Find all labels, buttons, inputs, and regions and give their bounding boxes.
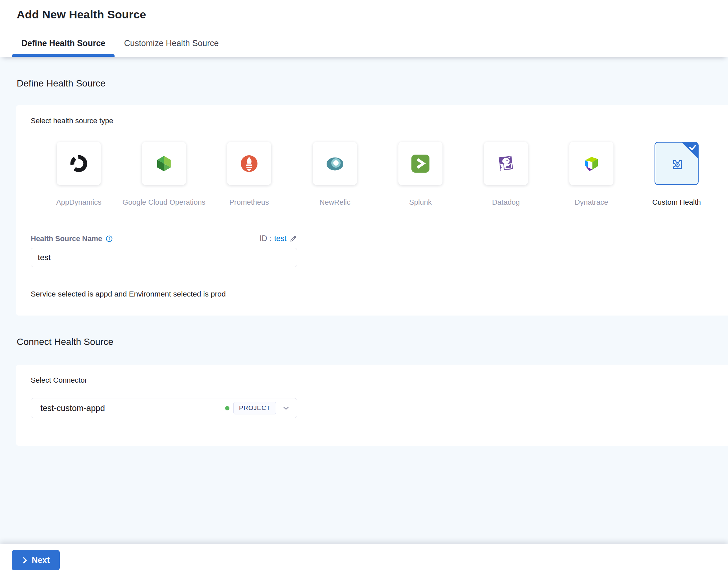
edit-pencil-icon[interactable]: [289, 235, 297, 243]
datadog-icon: [495, 153, 517, 174]
health-source-card-custom-health[interactable]: [654, 142, 699, 185]
chevron-right-icon: [22, 556, 28, 564]
source-label-google-cloud-operations: Google Cloud Operations: [117, 198, 211, 207]
appdynamics-icon: [69, 153, 89, 174]
select-connector-label: Select Connector: [31, 376, 87, 385]
select-type-label: Select health source type: [31, 116, 113, 125]
chevron-down-icon[interactable]: [281, 403, 291, 413]
google-cloud-operations-icon: [153, 153, 175, 174]
health-source-name-label: Health Source Name: [31, 234, 102, 243]
id-value: test: [274, 234, 287, 243]
tab-define-health-source[interactable]: Define Health Source: [12, 29, 114, 57]
next-button[interactable]: Next: [12, 550, 60, 570]
connector-name: test-custom-appd: [31, 403, 225, 413]
prometheus-icon: [238, 153, 260, 174]
tab-bar: Define Health Source Customize Health So…: [0, 29, 728, 57]
source-label-newrelic: NewRelic: [288, 198, 382, 207]
health-source-card-newrelic[interactable]: [313, 142, 357, 185]
connect-health-source-panel: Select Connector test-custom-appd PROJEC…: [16, 365, 728, 446]
define-section-heading: Define Health Source: [17, 78, 106, 89]
tab-define-label: Define Health Source: [21, 38, 105, 48]
define-health-source-panel: Select health source type: [16, 105, 728, 316]
service-environment-note: Service selected is appd and Environment…: [31, 290, 226, 298]
dynatrace-icon: [581, 153, 602, 174]
source-label-appdynamics: AppDynamics: [32, 198, 126, 207]
footer-bar: Next: [0, 544, 728, 577]
page-title: Add New Health Source: [0, 0, 728, 21]
connector-scope-badge: PROJECT: [233, 402, 276, 414]
info-icon[interactable]: [106, 235, 113, 242]
splunk-icon: [410, 153, 431, 174]
health-source-name-input[interactable]: [31, 248, 297, 267]
source-label-custom-health: Custom Health: [630, 198, 723, 207]
main-content: Define Health Source Select health sourc…: [0, 57, 728, 544]
health-source-id-wrap: ID : test: [259, 234, 297, 243]
health-source-card-dynatrace[interactable]: [569, 142, 614, 185]
tab-customize-health-source[interactable]: Customize Health Source: [114, 29, 228, 57]
selected-check-icon: [689, 145, 696, 151]
health-source-card-appdynamics[interactable]: [57, 142, 101, 185]
connector-status-dot: [225, 406, 229, 410]
id-prefix: ID :: [259, 234, 271, 243]
source-label-datadog: Datadog: [459, 198, 553, 207]
active-tab-underline: [12, 54, 114, 57]
health-source-card-splunk[interactable]: [398, 142, 442, 185]
health-source-card-google-cloud-operations[interactable]: [142, 142, 186, 185]
health-source-name-row: Health Source Name ID : test: [31, 234, 297, 243]
health-source-name-label-wrap: Health Source Name: [31, 234, 113, 243]
add-health-source-page: Add New Health Source Define Health Sour…: [0, 0, 728, 577]
source-label-splunk: Splunk: [374, 198, 467, 207]
connect-section-heading: Connect Health Source: [17, 337, 113, 347]
health-source-card-prometheus[interactable]: [227, 142, 271, 185]
health-source-card-datadog[interactable]: [484, 142, 528, 185]
connector-select[interactable]: test-custom-appd PROJECT: [31, 398, 297, 418]
newrelic-icon: [324, 153, 346, 174]
tab-customize-label: Customize Health Source: [124, 38, 218, 48]
source-label-prometheus: Prometheus: [202, 198, 296, 207]
next-button-label: Next: [32, 555, 50, 565]
page-header: Add New Health Source: [0, 0, 728, 29]
source-label-dynatrace: Dynatrace: [545, 198, 638, 207]
